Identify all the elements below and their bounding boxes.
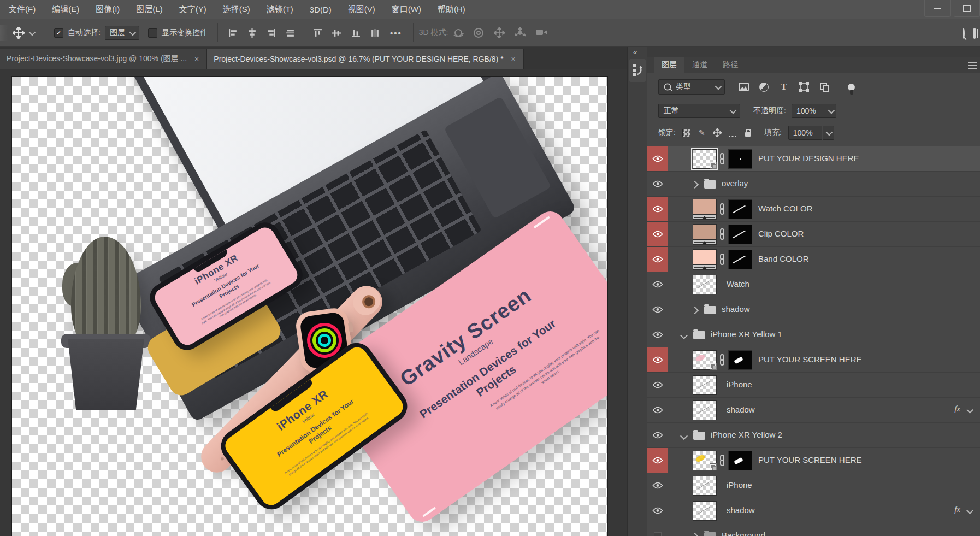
layer-row-iphone-xr-yellow-2[interactable]: iPhone XR Yellow 2 <box>647 423 980 448</box>
collapse-effects-icon[interactable] <box>966 507 973 514</box>
collapse-effects-icon[interactable] <box>966 407 973 414</box>
menu-item-6[interactable]: 滤镜(T) <box>267 4 293 15</box>
visibility-eye-icon[interactable] <box>647 272 668 297</box>
menu-item-5[interactable]: 选择(S) <box>223 4 250 15</box>
layer-effects-badge[interactable]: fx <box>954 404 960 414</box>
align-bottom-edges-button[interactable] <box>351 28 361 38</box>
more-align-options-button[interactable]: ••• <box>390 28 402 38</box>
menu-item-4[interactable]: 文字(Y) <box>179 4 206 15</box>
layer-row-shadow[interactable]: shadowfx <box>647 398 980 423</box>
minimize-button[interactable] <box>924 0 951 17</box>
lock-image-pixels-icon[interactable]: ✎ <box>698 128 706 137</box>
filter-toggle-icon[interactable] <box>848 84 855 91</box>
filter-adjustment-layers-icon[interactable] <box>758 81 769 92</box>
layer-thumbnail[interactable] <box>693 400 717 420</box>
filter-smart-objects-icon[interactable] <box>819 81 830 92</box>
tool-preset-icon[interactable] <box>0 25 8 41</box>
visibility-eye-icon[interactable] <box>647 347 668 372</box>
auto-select-checkbox[interactable]: ✓ <box>54 28 63 38</box>
menu-item-2[interactable]: 图像(I) <box>96 4 120 15</box>
menu-item-8[interactable]: 视图(V) <box>348 4 375 15</box>
canvas-pasteboard[interactable]: iPhone XR Yellow Presentation Devices fo… <box>0 69 627 536</box>
menu-item-7[interactable]: 3D(D) <box>310 5 332 14</box>
layer-row-watch-color[interactable]: Watch COLOR <box>647 197 980 222</box>
filter-type-layers-icon[interactable]: T <box>778 81 789 92</box>
layer-row-clip-color[interactable]: Clip COLOR <box>647 222 980 247</box>
disclosure-caret-icon[interactable] <box>691 533 699 536</box>
tab-layers[interactable]: 图层 <box>654 57 684 73</box>
menu-item-3[interactable]: 图层(L) <box>136 4 162 15</box>
layer-thumbnail[interactable] <box>693 501 717 521</box>
fill-layer-thumbnail[interactable] <box>693 224 717 245</box>
align-horizontal-centers-button[interactable] <box>247 28 257 38</box>
visibility-eye-icon[interactable] <box>647 523 668 536</box>
visibility-eye-icon[interactable] <box>647 498 668 523</box>
layer-effects-badge[interactable]: fx <box>954 505 960 514</box>
filter-pixel-layers-icon[interactable] <box>738 81 749 92</box>
layer-row-background[interactable]: Background <box>647 523 980 536</box>
move-tool-control[interactable] <box>8 27 38 39</box>
chevron-down-icon[interactable] <box>823 126 834 140</box>
link-mask-icon[interactable] <box>719 203 725 215</box>
layer-thumbnail[interactable] <box>693 275 717 294</box>
layer-row-iphone-xr-yellow-1[interactable]: iPhone XR Yellow 1 <box>647 322 980 347</box>
workspace-switcher-icon[interactable] <box>973 29 976 38</box>
smart-object-thumbnail[interactable] <box>693 350 717 370</box>
visibility-eye-icon[interactable] <box>647 373 668 397</box>
link-mask-icon[interactable] <box>719 455 725 467</box>
fill-layer-thumbnail[interactable] <box>693 199 717 220</box>
disclosure-caret-icon[interactable] <box>691 307 699 314</box>
fill-layer-thumbnail[interactable] <box>693 249 717 270</box>
menu-item-0[interactable]: 文件(F) <box>9 4 36 15</box>
filter-shape-layers-icon[interactable] <box>799 81 810 92</box>
smart-object-thumbnail[interactable] <box>693 149 717 169</box>
visibility-eye-icon[interactable] <box>647 146 668 171</box>
visibility-eye-icon[interactable] <box>647 423 668 447</box>
3d-slide-icon[interactable] <box>515 27 527 38</box>
layer-thumbnail[interactable] <box>693 476 717 496</box>
align-vertical-centers-button[interactable] <box>332 28 341 38</box>
layer-row-put-your-screen-here[interactable]: PUT YOUR SCREEN HERE <box>647 448 980 473</box>
layer-mask-thumbnail[interactable] <box>728 149 752 169</box>
3d-orbit-icon[interactable] <box>452 27 464 38</box>
blend-mode-dropdown[interactable]: 正常 <box>658 104 740 118</box>
align-left-edges-button[interactable] <box>228 28 238 38</box>
layer-filter-type-dropdown[interactable]: 类型 <box>658 79 725 95</box>
disclosure-caret-icon[interactable] <box>691 181 699 189</box>
tab-paths[interactable]: 路径 <box>715 57 746 73</box>
lock-transparent-pixels-icon[interactable] <box>682 128 691 137</box>
visibility-eye-icon[interactable] <box>647 172 668 196</box>
menu-item-10[interactable]: 帮助(H) <box>438 4 465 15</box>
history-panel-button[interactable] <box>629 59 646 82</box>
menu-item-1[interactable]: 编辑(E) <box>52 4 79 15</box>
layer-row-shadow[interactable]: shadowfx <box>647 498 980 523</box>
link-mask-icon[interactable] <box>719 153 725 165</box>
layer-row-put-your-screen-here[interactable]: PUT YOUR SCREEN HERE <box>647 347 980 373</box>
document-tab-jpg[interactable]: Project-Devices-Showcase-vol3.jpg @ 100%… <box>0 49 207 69</box>
visibility-eye-icon[interactable] <box>647 297 668 322</box>
visibility-eye-icon[interactable] <box>647 448 668 473</box>
close-icon[interactable]: × <box>193 55 200 63</box>
3d-pan-icon[interactable] <box>494 27 506 38</box>
auto-select-target-dropdown[interactable]: 图层 <box>105 26 139 40</box>
layer-row-band-color[interactable]: Band COLOR <box>647 247 980 272</box>
layer-mask-thumbnail[interactable] <box>728 199 752 219</box>
document-canvas[interactable]: iPhone XR Yellow Presentation Devices fo… <box>11 76 608 536</box>
opacity-value[interactable]: 100% <box>792 104 825 118</box>
visibility-eye-icon[interactable] <box>647 247 668 272</box>
layer-mask-thumbnail[interactable] <box>728 225 752 244</box>
smart-object-thumbnail[interactable] <box>693 451 717 470</box>
layer-mask-thumbnail[interactable] <box>728 250 752 269</box>
maximize-button[interactable] <box>954 0 980 17</box>
3d-roll-icon[interactable] <box>473 27 485 38</box>
document-tab-psd[interactable]: Project-Devices-Showcase-vol3.psd @ 16.7… <box>207 49 524 69</box>
visibility-eye-icon[interactable] <box>647 398 668 422</box>
link-mask-icon[interactable] <box>719 354 725 366</box>
layer-row-iphone[interactable]: iPhone <box>647 373 980 398</box>
align-top-edges-button[interactable] <box>313 28 322 38</box>
lock-all-icon[interactable] <box>743 128 752 137</box>
disclosure-caret-icon[interactable] <box>680 432 688 440</box>
distribute-vertical-centers-button[interactable] <box>286 28 295 38</box>
lock-artboard-icon[interactable] <box>728 128 737 137</box>
layer-row-watch[interactable]: Watch <box>647 272 980 297</box>
